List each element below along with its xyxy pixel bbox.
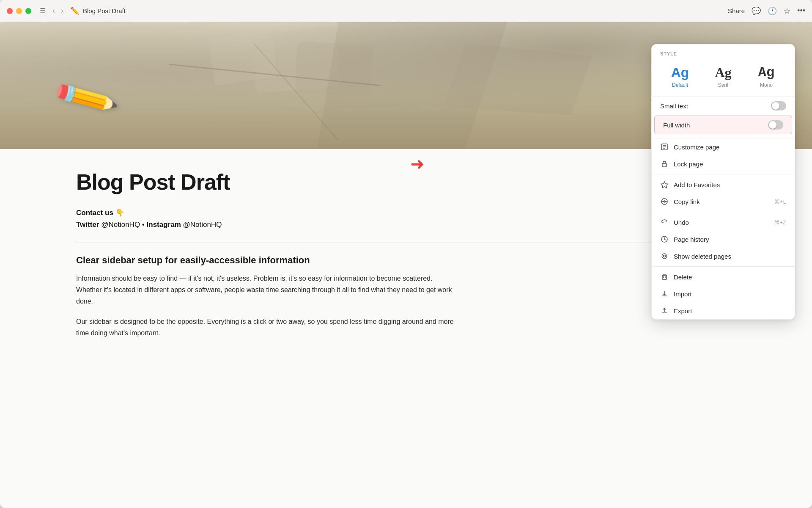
- svg-rect-9: [662, 163, 667, 167]
- customize-page-icon: [660, 143, 669, 151]
- minimize-button[interactable]: [16, 8, 22, 14]
- style-section: STYLE Ag Default Ag Serif Ag Mono: [652, 44, 795, 97]
- full-width-toggle-row[interactable]: Full width: [654, 116, 792, 134]
- customize-page-label: Customize page: [674, 144, 719, 151]
- page-history-icon: [660, 235, 669, 243]
- delete-icon: [660, 273, 669, 281]
- copy-link-label: Copy link: [674, 198, 700, 205]
- share-button[interactable]: Share: [728, 7, 745, 14]
- undo-shortcut: ⌘+Z: [774, 219, 786, 226]
- import-label: Import: [674, 290, 692, 298]
- document-title: Blog Post Draft: [76, 169, 736, 195]
- nav-arrows: ‹ ›: [51, 6, 65, 16]
- lock-page-icon: [660, 160, 669, 168]
- close-button[interactable]: [7, 8, 13, 14]
- add-favorites-left: Add to Favorites: [660, 180, 720, 189]
- copy-link-shortcut: ⌘+L: [774, 199, 786, 205]
- add-favorites-item[interactable]: Add to Favorites: [652, 176, 795, 193]
- history-icon[interactable]: 🕐: [768, 6, 777, 16]
- show-deleted-icon: [660, 252, 669, 260]
- show-deleted-left: Show deleted pages: [660, 252, 731, 260]
- style-serif-label: Serif: [718, 82, 729, 88]
- lock-page-left: Lock page: [660, 160, 703, 168]
- show-deleted-label: Show deleted pages: [674, 253, 731, 260]
- small-text-left: Small text: [660, 102, 688, 110]
- export-label: Export: [674, 307, 692, 315]
- body-paragraph-2: Our sidebar is designed to be the opposi…: [76, 316, 457, 339]
- copy-link-item[interactable]: Copy link ⌘+L: [652, 193, 795, 210]
- page-title: Blog Post Draft: [83, 7, 126, 14]
- style-mono-label: Mono: [760, 82, 773, 88]
- export-icon: [660, 306, 669, 315]
- divider: [76, 243, 736, 243]
- titlebar-actions: Share 💬 🕐 ☆ •••: [728, 6, 805, 16]
- import-item[interactable]: Import: [652, 285, 795, 302]
- svg-marker-10: [661, 182, 668, 188]
- page-history-label: Page history: [674, 236, 709, 243]
- comments-icon[interactable]: 💬: [752, 6, 761, 16]
- small-text-toggle-knob: [772, 102, 779, 110]
- delete-left: Delete: [660, 273, 692, 281]
- menu-divider-2: [652, 174, 795, 174]
- contact-line: Contact us 👇: [76, 208, 736, 217]
- favorites-icon[interactable]: ☆: [784, 6, 790, 16]
- full-width-toggle[interactable]: [768, 120, 783, 130]
- maximize-button[interactable]: [25, 8, 31, 14]
- hamburger-icon[interactable]: ☰: [40, 7, 46, 15]
- delete-item[interactable]: Delete: [652, 268, 795, 285]
- highlight-arrow-icon: ➜: [410, 154, 425, 174]
- style-serif-option[interactable]: Ag Serif: [703, 61, 743, 91]
- copy-link-icon: [660, 197, 669, 206]
- contact-label: Contact us 👇: [76, 209, 124, 217]
- show-deleted-item[interactable]: Show deleted pages: [652, 248, 795, 265]
- import-icon: [660, 290, 669, 298]
- back-arrow-icon[interactable]: ‹: [51, 6, 57, 16]
- menu-items-section: Customize page Lock page: [652, 138, 795, 319]
- page-history-left: Page history: [660, 235, 709, 243]
- more-options-icon[interactable]: •••: [797, 6, 805, 15]
- style-options: Ag Default Ag Serif Ag Mono: [660, 61, 786, 91]
- lock-page-label: Lock page: [674, 160, 703, 168]
- instagram-label: Instagram: [147, 221, 181, 229]
- section1-title: Clear sidebar setup for easily-accessibl…: [76, 255, 736, 266]
- small-text-label: Small text: [660, 102, 688, 110]
- full-width-toggle-knob: [769, 121, 776, 129]
- customize-page-item[interactable]: Customize page: [652, 138, 795, 155]
- export-left: Export: [660, 306, 692, 315]
- titlebar: ☰ ‹ › ✏️ Blog Post Draft Share 💬 🕐 ☆ •••: [0, 0, 812, 22]
- social-sep: •: [142, 221, 147, 229]
- undo-item[interactable]: Undo ⌘+Z: [652, 214, 795, 231]
- add-favorites-label: Add to Favorites: [674, 181, 720, 188]
- style-mono-ag: Ag: [758, 65, 774, 80]
- page-emoji-icon: ✏️: [70, 6, 80, 16]
- style-default-option[interactable]: Ag Default: [660, 61, 700, 91]
- undo-icon: [660, 218, 669, 226]
- svg-rect-15: [662, 275, 667, 279]
- undo-label: Undo: [674, 219, 689, 226]
- star-icon: [660, 180, 669, 189]
- delete-label: Delete: [674, 273, 692, 281]
- main-content: ✏️ Blog Post Draft Contact us 👇 Twitter …: [0, 22, 812, 508]
- copy-link-left: Copy link: [660, 197, 700, 206]
- twitter-label: Twitter: [76, 221, 99, 229]
- export-item[interactable]: Export: [652, 302, 795, 319]
- style-menu-panel: STYLE Ag Default Ag Serif Ag Mono: [651, 44, 795, 320]
- full-width-label: Full width: [663, 121, 690, 129]
- menu-divider-3: [652, 212, 795, 212]
- lock-page-item[interactable]: Lock page: [652, 155, 795, 172]
- instagram-handle: @NotionHQ: [183, 221, 222, 229]
- svg-point-14: [664, 255, 666, 257]
- small-text-toggle[interactable]: [771, 101, 786, 110]
- small-text-toggle-row[interactable]: Small text: [652, 97, 795, 115]
- style-mono-option[interactable]: Ag Mono: [746, 61, 786, 91]
- svg-rect-2: [208, 30, 278, 86]
- page-icon-title: ✏️ Blog Post Draft: [70, 6, 126, 16]
- app-window: ☰ ‹ › ✏️ Blog Post Draft Share 💬 🕐 ☆ •••: [0, 0, 812, 508]
- social-line: Twitter @NotionHQ • Instagram @NotionHQ: [76, 221, 736, 229]
- page-history-item[interactable]: Page history: [652, 231, 795, 248]
- import-left: Import: [660, 290, 692, 298]
- style-default-label: Default: [672, 82, 688, 88]
- twitter-handle: @NotionHQ: [101, 221, 140, 229]
- forward-arrow-icon[interactable]: ›: [59, 6, 65, 16]
- toggles-section: Small text Full width: [652, 97, 795, 134]
